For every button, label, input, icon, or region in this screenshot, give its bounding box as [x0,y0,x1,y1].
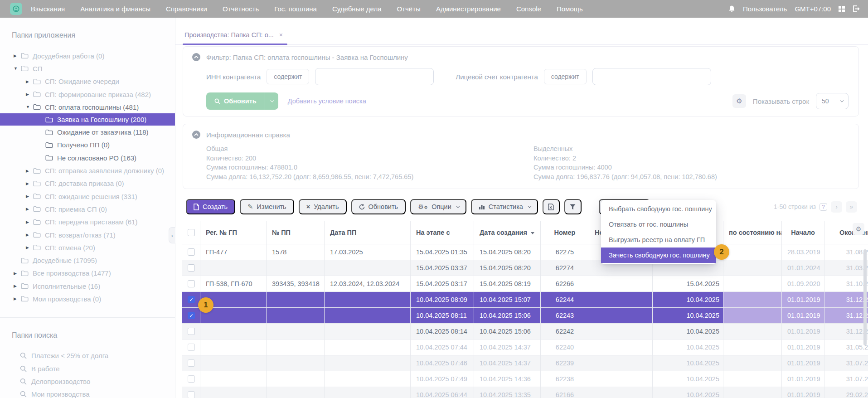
chevron-collapsed-icon[interactable]: ▶ [14,53,21,58]
tab-close-icon[interactable]: × [279,31,283,39]
tree-item-15[interactable]: ▶СП: отмена (20) [0,241,175,254]
tree-item-13[interactable]: ▶СП: передача приставам (61) [0,216,175,228]
chevron-collapsed-icon[interactable]: ▶ [26,194,33,199]
refresh-button[interactable]: Обновить [351,199,406,214]
search-folder-1[interactable]: В работе [20,362,175,375]
notifications-bell-icon[interactable] [728,5,735,13]
chevron-collapsed-icon[interactable]: ▶ [26,92,33,97]
nav-item-3[interactable]: Отчётность [223,5,259,13]
tree-item-0[interactable]: ▶Досудебная работа (0) [0,49,175,62]
filter-refresh-button[interactable]: Обновить [206,92,278,110]
vertical-scrollbar[interactable] [863,249,867,345]
search-folder-2[interactable]: Делопроизводство [20,375,175,388]
menu-item-3[interactable]: Зачесть свободную гос. пошлину [601,248,716,263]
filter-operator-chip-1[interactable]: содержит [544,69,587,84]
row-checkbox[interactable] [188,344,195,351]
tree-item-8[interactable]: Не согласовано РО (163) [0,151,175,164]
tree-item-1[interactable]: ▼СП [0,62,175,75]
chevron-collapsed-icon[interactable]: ▶ [26,181,33,186]
menu-item-0[interactable]: Выбрать свободную гос. пошлину [601,201,716,217]
menu-item-2[interactable]: Выгрузить реестр на оплату ГП [601,232,716,248]
search-folder-3[interactable]: Мои производства [20,388,175,398]
row-checkbox[interactable] [188,391,195,398]
rows-per-page-select[interactable]: 50 [816,93,849,109]
row-checkbox[interactable] [188,248,195,256]
row-checkbox[interactable] [188,264,195,272]
column-header-3[interactable]: На этапе с [411,221,474,244]
tree-item-10[interactable]: ▶СП: доставка приказа (0) [0,177,175,190]
row-checkbox[interactable]: ✓ [188,312,195,319]
info-collapse-icon[interactable] [192,131,200,139]
nav-item-4[interactable]: Гос. пошлина [274,5,317,13]
column-header-4[interactable]: Дата создания [474,221,541,244]
search-folder-0[interactable]: Платежи < 25% от долга [20,349,175,362]
column-header-8[interactable]: по состоянию на [723,221,782,244]
nav-item-1[interactable]: Аналитика и финансы [80,5,150,13]
logout-icon[interactable] [853,5,860,12]
last-page-button[interactable]: » [846,201,857,213]
row-checkbox[interactable] [188,359,195,367]
tree-item-12[interactable]: ▶СП: приемка СП (0) [0,203,175,215]
column-header-0[interactable]: Рег. № ГП [200,221,267,244]
chevron-collapsed-icon[interactable]: ▶ [14,284,21,288]
app-logo-icon[interactable] [10,3,22,15]
chevron-collapsed-icon[interactable]: ▶ [26,220,33,224]
chevron-collapsed-icon[interactable]: ▶ [26,245,33,250]
tree-item-2[interactable]: ▶СП: Ожидание очереди [0,75,175,88]
export-excel-button[interactable] [543,199,560,214]
tree-item-5[interactable]: Заявка на Госпошлину (200) [0,113,175,126]
tree-item-4[interactable]: ▼СП: оплата госпошлины (481) [0,101,175,113]
nav-item-8[interactable]: Console [516,5,541,13]
filter-settings-gear-icon[interactable]: ⚙ [732,94,746,108]
nav-item-7[interactable]: Администрирование [436,5,501,13]
nav-item-5[interactable]: Судебные дела [332,5,382,13]
user-menu[interactable]: Пользователь [743,5,787,13]
chevron-collapsed-icon[interactable]: ▶ [14,296,21,301]
tree-item-3[interactable]: ▶СП: формирование приказа (482) [0,88,175,101]
column-header-1[interactable]: № ПП [267,221,325,244]
column-header-9[interactable]: Начало [782,221,824,244]
next-page-button[interactable]: › [831,201,842,213]
nav-item-6[interactable]: Отчёты [397,5,421,13]
tab-productions[interactable]: Производства: Папка СП: о... × [183,25,287,45]
nav-item-2[interactable]: Справочники [166,5,207,13]
chevron-collapsed-icon[interactable]: ▶ [26,207,33,211]
delete-button[interactable]: × Удалить [299,199,347,214]
row-checkbox[interactable] [188,375,195,383]
filter-operator-chip-0[interactable]: содержит [267,69,309,84]
tree-item-18[interactable]: ▶Исполнительные (16) [0,280,175,292]
column-header-2[interactable]: Дата ПП [325,221,411,244]
nav-item-9[interactable]: Помощь [557,5,583,13]
nav-item-0[interactable]: Взыскания [31,5,65,13]
chevron-collapsed-icon[interactable]: ▶ [14,271,21,276]
column-header-5[interactable]: Номер [541,221,589,244]
chevron-collapsed-icon[interactable]: ▶ [26,169,33,173]
options-button[interactable]: ⚙⚙ Опции [410,199,466,214]
filter-value-input-1[interactable] [592,68,711,85]
tree-item-16[interactable]: Досудебные (17095) [0,254,175,267]
chevron-collapsed-icon[interactable]: ▶ [26,233,33,237]
tree-item-6[interactable]: Ожидание от заказчика (118) [0,126,175,138]
row-checkbox[interactable]: ✓ [188,296,195,303]
create-button[interactable]: Создать [186,199,235,214]
edit-button[interactable]: ✎ Изменить [240,199,294,214]
row-checkbox[interactable] [188,328,195,335]
column-settings-gear-icon[interactable]: ⚙ [853,223,864,235]
filter-collapse-icon[interactable] [192,53,200,61]
select-all-checkbox[interactable] [188,229,195,236]
statistics-button[interactable]: Статистика [471,199,538,214]
tree-item-11[interactable]: ▶СП: ожидание решения (331) [0,190,175,203]
tree-item-17[interactable]: ▶Все производства (1477) [0,267,175,280]
sidebar-collapse-handle[interactable]: ‹ [169,227,175,243]
tree-item-14[interactable]: ▶СП: возврат/отказ (71) [0,228,175,241]
filter-value-input-0[interactable] [315,68,434,85]
filter-funnel-button[interactable] [564,199,582,214]
chevron-expanded-icon[interactable]: ▼ [26,105,33,109]
menu-item-1[interactable]: Отвязать от гос. пошлины [601,217,716,232]
tree-item-9[interactable]: ▶СП: отправка заявления должнику (0) [0,164,175,177]
chevron-collapsed-icon[interactable]: ▶ [26,79,33,84]
add-search-condition-link[interactable]: Добавить условие поиска [288,97,366,105]
tree-item-19[interactable]: ▶Мои производства (0) [0,292,175,305]
apps-grid-icon[interactable] [839,6,845,12]
tree-item-7[interactable]: Получено ПП (0) [0,139,175,151]
